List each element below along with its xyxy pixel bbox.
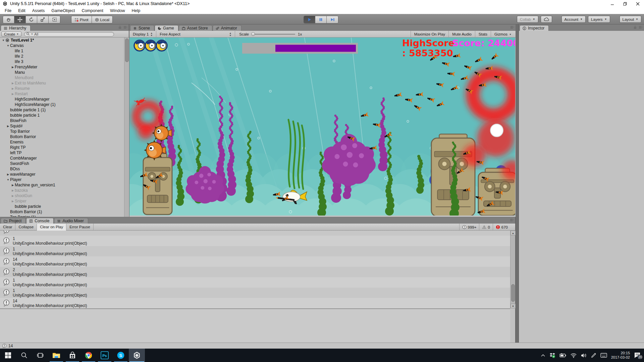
start-button[interactable]: [0, 349, 16, 362]
console-log-entry[interactable]: 1UnityEngine.MonoBehaviour:print(Object): [0, 246, 510, 256]
hierarchy-item-blowfish[interactable]: BlowFish: [0, 118, 124, 123]
error-pause-button[interactable]: Error Pause: [66, 224, 93, 231]
store-button[interactable]: [64, 349, 80, 362]
console-log-entry[interactable]: 1UnityEngine.MonoBehaviour:print(Object): [0, 236, 510, 246]
wifi-icon[interactable]: [570, 353, 577, 358]
pivot-toggle-button[interactable]: Pivot: [71, 16, 92, 23]
hierarchy-item-player[interactable]: ▼Player: [0, 177, 124, 182]
hierarchy-item-restart[interactable]: ▶Restart: [0, 91, 124, 97]
clear-on-play-button[interactable]: Clear on Play: [37, 224, 66, 231]
hierarchy-item-highscoremanager-1-[interactable]: HighScoreManager (1): [0, 102, 124, 107]
hierarchy-item-life-3[interactable]: life 3: [0, 59, 124, 64]
menu-file[interactable]: File: [1, 8, 15, 13]
hierarchy-item-life-1[interactable]: life 1: [0, 48, 124, 54]
step-button[interactable]: [327, 16, 338, 23]
maximize-on-play-button[interactable]: Maximize On Play: [411, 31, 449, 38]
foldout-closed-icon[interactable]: ▶: [11, 194, 15, 197]
layers-dropdown[interactable]: Layers▼: [588, 16, 610, 23]
hierarchy-item-sniper[interactable]: ▶Sniper: [0, 198, 124, 204]
hierarchy-item-frenzymeter[interactable]: ▶FrenzyMeter: [0, 64, 124, 70]
menu-window[interactable]: Window: [107, 8, 128, 13]
hierarchy-item-testlevel-1-[interactable]: ▼TestLevel 1*: [0, 38, 124, 43]
hierarchy-item-swordfish[interactable]: SwordFish: [0, 161, 124, 166]
hierarchy-item-bottom-barrior[interactable]: Bottom Barrior: [0, 134, 124, 139]
foldout-closed-icon[interactable]: ▶: [11, 82, 15, 85]
lock-icon[interactable]: [634, 25, 637, 29]
hierarchy-item-top-barrior-1-[interactable]: Top Barrior (1): [0, 215, 124, 217]
console-log-entry[interactable]: 1UnityEngine.MonoBehaviour:print(Object): [0, 277, 510, 288]
taskbar-clock[interactable]: 20:15 2017-03-02: [611, 351, 630, 360]
keyboard-icon[interactable]: [600, 353, 607, 358]
rect-tool-button[interactable]: [49, 16, 60, 23]
aspect-dropdown[interactable]: Free Aspect ▲▼: [156, 31, 235, 38]
create-button[interactable]: Create▼: [1, 32, 21, 37]
status-bar[interactable]: 14: [0, 343, 644, 349]
panel-menu-icon[interactable]: [639, 25, 643, 29]
minimize-button[interactable]: [606, 0, 619, 7]
menu-component[interactable]: Component: [78, 8, 107, 13]
hierarchy-item-highscoremanager[interactable]: HighScoreManager: [0, 97, 124, 102]
hierarchy-item-bubble-particle[interactable]: bubble particle: [0, 204, 124, 209]
clear-button[interactable]: Clear: [0, 224, 15, 231]
hierarchy-item-exit-to-mainmenu[interactable]: ▶Exit to MainMenu: [0, 80, 124, 86]
foldout-open-icon[interactable]: ▼: [6, 178, 10, 181]
volume-icon[interactable]: [581, 353, 587, 358]
hierarchy-item-left-tp[interactable]: left TP: [0, 150, 124, 156]
file-explorer-button[interactable]: [48, 349, 64, 362]
move-tool-button[interactable]: [14, 16, 26, 23]
hierarchy-item-right-tp[interactable]: Right TP: [0, 145, 124, 150]
rotate-tool-button[interactable]: [26, 16, 37, 23]
tab-inspector[interactable]: Inspector: [520, 25, 549, 31]
hierarchy-scrollbar[interactable]: [124, 38, 129, 217]
display-dropdown[interactable]: Display 1 ▲▼: [129, 31, 156, 38]
tab-hierarchy[interactable]: Hierarchy: [1, 25, 31, 31]
hierarchy-item-squid-[interactable]: ▶Squid#: [0, 123, 124, 129]
menu-gameobject[interactable]: GameObject: [48, 8, 78, 13]
foldout-closed-icon[interactable]: ▶: [6, 125, 10, 128]
photoshop-button[interactable]: Ps: [97, 349, 113, 362]
dropbox-icon[interactable]: [549, 352, 555, 358]
gizmos-button[interactable]: Gizmos ▼: [491, 31, 515, 38]
hierarchy-item-bubble-particle-1-1-[interactable]: bubble particle 1 (1): [0, 107, 124, 113]
taskbar-search-button[interactable]: [16, 349, 32, 362]
foldout-closed-icon[interactable]: ▶: [6, 173, 10, 176]
hierarchy-item-enemis[interactable]: Enemis: [0, 139, 124, 145]
hierarchy-item-manu[interactable]: Manu: [0, 70, 124, 75]
foldout-closed-icon[interactable]: ▶: [11, 189, 15, 192]
error-count-toggle[interactable]: 670: [493, 224, 511, 231]
tab-console[interactable]: Console: [26, 218, 54, 224]
maximize-button[interactable]: [619, 0, 631, 7]
action-center-button[interactable]: 20: [634, 352, 641, 358]
foldout-open-icon[interactable]: ▼: [6, 44, 10, 47]
menu-help[interactable]: Help: [128, 8, 144, 13]
hierarchy-item-menubord[interactable]: MenuBord: [0, 75, 124, 80]
tab-project[interactable]: Project: [1, 218, 26, 224]
layout-dropdown[interactable]: Layout▼: [620, 16, 641, 23]
console-log-entry[interactable]: 1UnityEngine.MonoBehaviour:print(Object): [0, 288, 510, 298]
panel-menu-icon[interactable]: [510, 25, 514, 29]
collab-dropdown[interactable]: Collab▼: [517, 16, 538, 23]
pen-icon[interactable]: [591, 353, 596, 358]
hierarchy-item-machine-gun-version1[interactable]: ▶Machine gun_version1: [0, 182, 124, 188]
hierarchy-item-life-2[interactable]: life 2: [0, 54, 124, 59]
tab-asset-store[interactable]: Asset Store: [179, 25, 212, 31]
tab-audio-mixer[interactable]: Audio Mixer: [54, 218, 88, 224]
foldout-closed-icon[interactable]: ▶: [11, 93, 15, 96]
hierarchy-item-canvas[interactable]: ▼Canvas: [0, 43, 124, 48]
task-view-button[interactable]: [32, 349, 48, 362]
tab-animator[interactable]: Animator: [213, 25, 241, 31]
console-log-entry[interactable]: 14UnityEngine.MonoBehaviour:print(Object…: [0, 298, 510, 308]
pause-button[interactable]: [315, 16, 327, 23]
skype-button[interactable]: S: [113, 349, 129, 362]
tab-game[interactable]: Game: [155, 25, 178, 31]
panel-menu-icon[interactable]: [123, 25, 127, 29]
chrome-button[interactable]: [80, 349, 97, 362]
console-log-entry[interactable]: 14UnityEngine.MonoBehaviour:print(Object…: [0, 256, 510, 267]
foldout-closed-icon[interactable]: ▶: [11, 200, 15, 203]
scale-tool-button[interactable]: [37, 16, 49, 23]
mute-audio-button[interactable]: Mute Audio: [448, 31, 475, 38]
game-viewport[interactable]: HighScoreScore: 24400: 5853350: [129, 38, 515, 216]
hierarchy-item-shootgun[interactable]: ▶shootGun: [0, 193, 124, 198]
menu-assets[interactable]: Assets: [29, 8, 48, 13]
hierarchy-item-bottom-barrior-1-[interactable]: Bottom Barrior (1): [0, 209, 124, 215]
